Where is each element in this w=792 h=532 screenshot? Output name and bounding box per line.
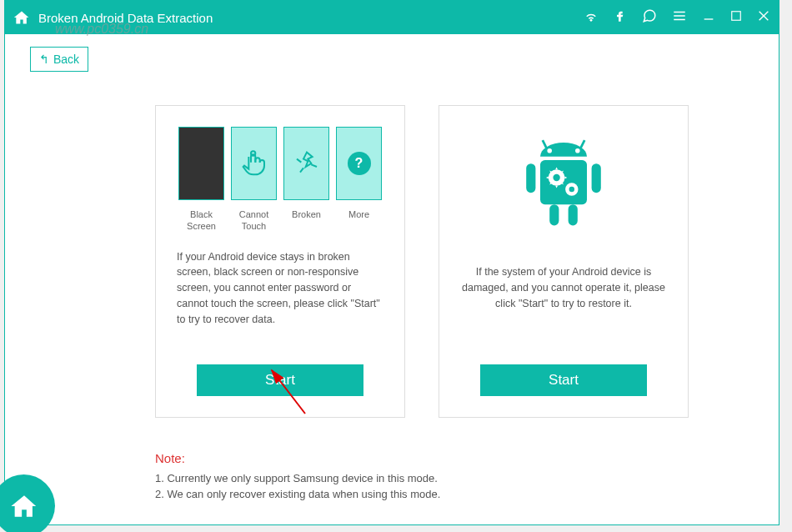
option-more[interactable]: ? [336, 127, 382, 200]
start-recover-button[interactable]: Start [197, 364, 363, 396]
start-restore-button[interactable]: Start [480, 364, 647, 396]
wifi-icon[interactable] [584, 8, 599, 27]
window-title: Broken Android Data Extraction [38, 11, 213, 25]
chat-icon[interactable] [642, 8, 657, 27]
titlebar: Broken Android Data Extraction [5, 1, 779, 34]
restore-system-panel: If the system of your Android device is … [439, 105, 689, 418]
back-arrow-icon: ↰ [39, 53, 49, 66]
option-label-broken: Broken [283, 208, 329, 233]
svg-rect-4 [732, 12, 741, 21]
question-icon: ? [348, 152, 371, 175]
option-label-black: Black Screen [178, 208, 224, 233]
facebook-icon[interactable] [614, 9, 627, 26]
restore-description: If the system of your Android device is … [456, 264, 671, 352]
option-label-more: More [336, 208, 382, 233]
svg-point-7 [251, 151, 255, 155]
recover-description: If your Android device stays in broken s… [173, 249, 388, 352]
note-title: Note: [155, 451, 729, 465]
note-item-2: 2. We can only recover existing data whe… [155, 488, 729, 500]
svg-point-17 [547, 148, 552, 153]
svg-rect-13 [526, 163, 535, 193]
back-label: Back [53, 53, 79, 66]
broken-icon [293, 150, 320, 177]
option-broken[interactable] [283, 127, 329, 200]
svg-rect-16 [569, 204, 578, 225]
svg-point-22 [569, 187, 574, 192]
touch-icon [241, 150, 268, 177]
svg-rect-14 [592, 163, 601, 193]
home-icon [13, 9, 30, 26]
home-icon [10, 492, 38, 520]
svg-point-20 [553, 174, 559, 181]
option-black-screen[interactable] [178, 127, 224, 200]
close-button[interactable] [757, 9, 770, 26]
note-item-1: 1. Currently we only support Samsung dev… [155, 472, 729, 484]
android-gear-icon [505, 131, 622, 248]
svg-point-18 [575, 148, 580, 153]
menu-icon[interactable] [672, 8, 687, 27]
notes-section: Note: 1. Currently we only support Samsu… [5, 434, 779, 500]
svg-rect-15 [549, 204, 559, 225]
recover-data-panel: ? Black Screen Cannot Touch Broken More … [155, 105, 405, 418]
minimize-button[interactable] [702, 9, 715, 26]
svg-rect-12 [540, 160, 587, 204]
maximize-button[interactable] [730, 10, 742, 25]
back-button[interactable]: ↰ Back [30, 47, 88, 72]
option-cannot-touch[interactable] [231, 127, 277, 200]
option-label-touch: Cannot Touch [231, 208, 277, 233]
